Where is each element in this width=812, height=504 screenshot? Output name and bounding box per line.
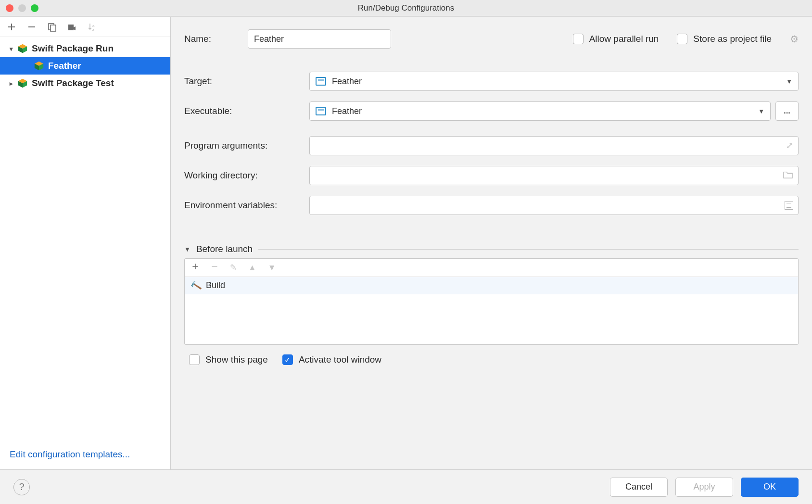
- folder-icon[interactable]: [783, 170, 793, 181]
- name-input[interactable]: [248, 29, 391, 49]
- program-args-label: Program arguments:: [184, 140, 309, 151]
- executable-label: Executable:: [184, 106, 309, 116]
- chevron-down-icon: ▾: [7, 45, 15, 52]
- edit-templates-link[interactable]: Edit configuration templates...: [0, 442, 170, 469]
- target-label: Target:: [184, 76, 309, 87]
- apply-button[interactable]: Apply: [675, 478, 733, 497]
- window-minimize-button[interactable]: [18, 4, 26, 12]
- chevron-down-icon: ▼: [758, 108, 764, 115]
- remove-task-icon[interactable]: [211, 263, 218, 273]
- tree-node-label: Swift Package Test: [32, 78, 114, 88]
- checkbox-box: ✓: [282, 354, 293, 365]
- window-title: Run/Debug Configurations: [0, 3, 812, 13]
- sidebar: az ▾ Swift Package Run Feather: [0, 17, 171, 469]
- target-select[interactable]: Feather ▼: [309, 72, 799, 91]
- checkbox-box: [677, 34, 687, 44]
- divider: [258, 249, 799, 250]
- cancel-button[interactable]: Cancel: [610, 478, 668, 497]
- window-maximize-button[interactable]: [31, 4, 38, 12]
- move-up-icon[interactable]: ▲: [248, 263, 256, 273]
- edit-task-icon[interactable]: ✎: [230, 263, 237, 273]
- tree-node-feather[interactable]: Feather: [0, 57, 170, 75]
- env-vars-input[interactable]: [309, 196, 799, 215]
- titlebar: Run/Debug Configurations: [0, 0, 812, 16]
- tree-node-label: Swift Package Run: [32, 43, 114, 54]
- help-button[interactable]: ?: [13, 479, 30, 495]
- chevron-down-icon: ▼: [786, 78, 792, 85]
- before-launch-title: Before launch: [196, 244, 253, 254]
- env-vars-label: Environment variables:: [184, 200, 309, 211]
- ok-button[interactable]: OK: [741, 478, 799, 497]
- package-icon: [17, 78, 28, 88]
- add-task-icon[interactable]: [191, 263, 199, 273]
- package-icon: [17, 43, 28, 54]
- before-launch-task[interactable]: 🔨 Build: [185, 277, 798, 294]
- program-args-input[interactable]: ⤢: [309, 136, 799, 155]
- tree-node-swift-package-run[interactable]: ▾ Swift Package Run: [0, 40, 170, 57]
- chevron-right-icon: ▸: [7, 80, 15, 87]
- package-icon: [34, 61, 44, 71]
- svg-rect-1: [51, 25, 56, 31]
- tree-node-swift-package-test[interactable]: ▸ Swift Package Test: [0, 75, 170, 92]
- executable-select[interactable]: Feather ▼: [309, 101, 771, 121]
- working-directory-input[interactable]: [309, 166, 799, 185]
- tree-node-label: Feather: [48, 61, 81, 71]
- hammer-icon: 🔨: [190, 279, 203, 292]
- show-this-page-checkbox[interactable]: Show this page: [189, 354, 268, 365]
- activate-tool-window-checkbox[interactable]: ✓ Activate tool window: [282, 354, 381, 365]
- svg-text:z: z: [92, 27, 94, 32]
- copy-config-icon[interactable]: [47, 22, 57, 32]
- collapse-icon[interactable]: ▼: [184, 246, 190, 253]
- remove-config-icon[interactable]: [27, 22, 37, 32]
- store-project-checkbox[interactable]: Store as project file: [677, 34, 772, 44]
- target-value: Feather: [332, 76, 362, 87]
- window-close-button[interactable]: [6, 4, 13, 12]
- activate-tool-window-label: Activate tool window: [299, 354, 381, 365]
- move-down-icon[interactable]: ▼: [268, 263, 276, 273]
- executable-browse-button[interactable]: ...: [775, 101, 799, 121]
- target-icon: [316, 77, 326, 86]
- target-icon: [316, 107, 326, 115]
- task-label: Build: [206, 280, 225, 290]
- allow-parallel-label: Allow parallel run: [589, 34, 659, 44]
- working-directory-label: Working directory:: [184, 170, 309, 181]
- name-label: Name:: [184, 34, 232, 44]
- show-this-page-label: Show this page: [205, 354, 268, 365]
- checkbox-box: [573, 34, 584, 44]
- checkbox-box: [189, 354, 200, 365]
- allow-parallel-checkbox[interactable]: Allow parallel run: [573, 34, 659, 44]
- expand-icon[interactable]: ⤢: [786, 140, 793, 151]
- save-config-icon[interactable]: [67, 22, 77, 32]
- store-project-label: Store as project file: [693, 34, 772, 44]
- list-icon[interactable]: [785, 201, 793, 210]
- add-config-icon[interactable]: [7, 22, 16, 32]
- before-launch-panel: ✎ ▲ ▼ 🔨 Build: [184, 258, 799, 345]
- gear-icon[interactable]: ⚙: [790, 33, 799, 45]
- executable-value: Feather: [332, 106, 362, 116]
- sort-config-icon[interactable]: az: [88, 22, 97, 32]
